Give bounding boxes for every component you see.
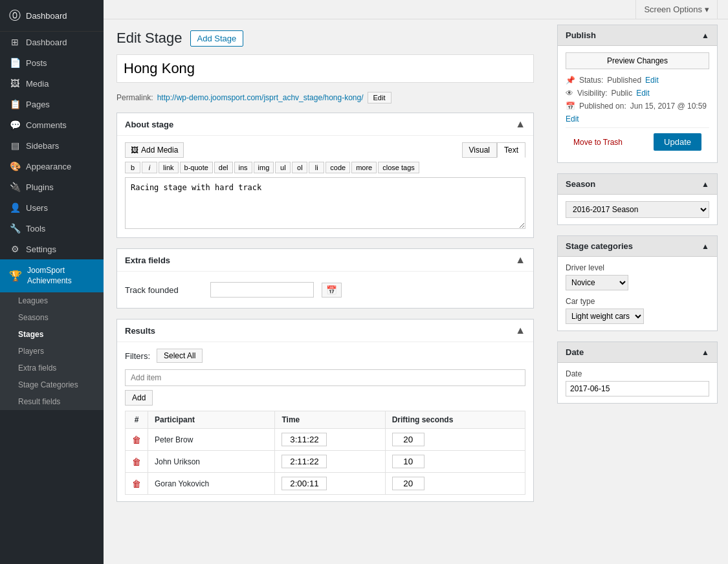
text-tab[interactable]: Text <box>497 142 525 158</box>
time-input[interactable] <box>281 477 327 490</box>
sidebar-item-pages[interactable]: 📋 Pages <box>0 94 104 114</box>
delete-cell: 🗑 <box>126 473 148 495</box>
delete-icon[interactable]: 🗑 <box>132 457 141 467</box>
permalink-url[interactable]: http://wp-demo.joomsport.com/jsprt_achv_… <box>157 93 364 102</box>
sidebar-item-seasons[interactable]: Seasons <box>0 309 104 326</box>
stage-categories-header[interactable]: Stage categories ▲ <box>558 236 717 257</box>
add-stage-button[interactable]: Add Stage <box>190 30 244 47</box>
drifting-input[interactable] <box>392 433 425 446</box>
date-collapse-icon[interactable]: ▲ <box>701 348 709 357</box>
bold-button[interactable]: b <box>125 162 140 173</box>
track-founded-label: Track founded <box>125 285 203 295</box>
close-tags-button[interactable]: close tags <box>378 162 419 173</box>
img-button[interactable]: img <box>254 162 274 173</box>
driver-level-select[interactable]: Novice Intermediate Expert <box>566 275 628 290</box>
results-header[interactable]: Results ▲ <box>117 320 533 342</box>
about-stage-header[interactable]: About stage ▲ <box>117 113 533 136</box>
sidebar-logo: ⓪ Dashboard <box>0 0 104 32</box>
col-participant: Participant <box>148 411 275 429</box>
delete-cell: 🗑 <box>126 429 148 451</box>
sidebar-item-comments[interactable]: 💬 Comments <box>0 114 104 135</box>
extra-fields-header[interactable]: Extra fields ▲ <box>117 249 533 272</box>
car-type-select[interactable]: Light weight cars Heavy cars Sports cars <box>566 309 644 324</box>
sidebar-item-posts[interactable]: 📄 Posts <box>0 52 104 73</box>
italic-button[interactable]: i <box>142 162 157 173</box>
link-button[interactable]: link <box>159 162 179 173</box>
season-title: Season <box>566 179 595 189</box>
about-stage-title: About stage <box>125 120 173 129</box>
preview-changes-button[interactable]: Preview Changes <box>566 52 709 69</box>
select-all-button[interactable]: Select All <box>157 349 203 363</box>
sidebar-item-sidebars[interactable]: ▤ Sidebars <box>0 135 104 156</box>
visual-tab[interactable]: Visual <box>462 142 497 158</box>
bquote-button[interactable]: b-quote <box>180 162 213 173</box>
about-stage-toggle[interactable]: ▲ <box>515 118 525 130</box>
sidebar-item-appearance[interactable]: 🎨 Appearance <box>0 156 104 177</box>
date-header[interactable]: Date ▲ <box>558 342 717 363</box>
ins-button[interactable]: ins <box>234 162 252 173</box>
extra-fields-metabox: Extra fields ▲ Track founded 📅 <box>116 248 534 309</box>
time-input[interactable] <box>281 455 327 468</box>
season-header[interactable]: Season ▲ <box>558 174 717 195</box>
time-input[interactable] <box>281 433 327 446</box>
date-input[interactable] <box>566 381 709 396</box>
status-edit-link[interactable]: Edit <box>645 76 659 85</box>
publish-footer: Move to Trash Update <box>566 127 709 156</box>
delete-icon[interactable]: 🗑 <box>132 479 141 489</box>
settings-icon: ⚙ <box>9 244 21 254</box>
visibility-row: 👁 Visibility: Public Edit <box>566 89 709 98</box>
ol-button[interactable]: ol <box>292 162 307 173</box>
sidebar-item-dashboard[interactable]: ⊞ Dashboard <box>0 32 104 52</box>
calendar-icon[interactable]: 📅 <box>322 283 342 298</box>
delete-cell: 🗑 <box>126 451 148 473</box>
add-media-button[interactable]: 🖼 Add Media <box>125 142 184 158</box>
code-button[interactable]: code <box>325 162 350 173</box>
sidebar-item-settings[interactable]: ⚙ Settings <box>0 239 104 259</box>
status-row: 📌 Status: Published Edit <box>566 76 709 85</box>
drifting-cell <box>385 429 525 451</box>
chevron-down-icon: ▾ <box>705 5 709 14</box>
extra-fields-toggle[interactable]: ▲ <box>515 254 525 266</box>
visibility-edit-link[interactable]: Edit <box>636 89 650 98</box>
extra-fields-body: Track founded 📅 <box>117 272 533 308</box>
update-button[interactable]: Update <box>654 133 701 151</box>
sidebar-item-stage-categories[interactable]: Stage Categories <box>0 376 104 393</box>
stage-content-textarea[interactable]: Racing stage with hard track <box>125 177 525 229</box>
add-item-input[interactable] <box>125 369 525 386</box>
season-select[interactable]: 2016-2017 Season 2015-2016 Season 2014-2… <box>566 201 709 218</box>
sidebar-item-extra-fields[interactable]: Extra fields <box>0 360 104 376</box>
delete-icon[interactable]: 🗑 <box>132 435 141 445</box>
move-to-trash-link[interactable]: Move to Trash <box>573 138 623 147</box>
sidebar-item-leagues[interactable]: Leagues <box>0 292 104 309</box>
stage-title-input[interactable] <box>116 54 534 83</box>
sidebar-item-media[interactable]: 🖼 Media <box>0 73 104 94</box>
filters-label: Filters: <box>125 351 150 361</box>
sidebar-item-users[interactable]: 👤 Users <box>0 197 104 218</box>
track-founded-input[interactable] <box>210 282 314 298</box>
more-button[interactable]: more <box>351 162 377 173</box>
published-edit-link[interactable]: Edit <box>566 114 709 124</box>
content-area: Edit Stage Add Stage Permalink: http://w… <box>104 19 728 564</box>
table-row: 🗑 John Urikson <box>126 451 525 473</box>
season-collapse-icon[interactable]: ▲ <box>701 180 709 189</box>
drifting-input[interactable] <box>392 477 425 490</box>
sidebar-item-stages[interactable]: Stages <box>0 326 104 343</box>
appearance-icon: 🎨 <box>9 161 21 171</box>
permalink-edit-button[interactable]: Edit <box>368 92 392 103</box>
ul-button[interactable]: ul <box>275 162 291 173</box>
sidebar-item-plugins[interactable]: 🔌 Plugins <box>0 177 104 197</box>
publish-box-body: Preview Changes 📌 Status: Published Edit… <box>558 46 717 162</box>
publish-collapse-icon[interactable]: ▲ <box>701 31 709 40</box>
stage-categories-collapse-icon[interactable]: ▲ <box>701 242 709 251</box>
results-toggle[interactable]: ▲ <box>515 325 525 336</box>
screen-options-button[interactable]: Screen Options ▾ <box>635 0 718 19</box>
li-button[interactable]: li <box>309 162 324 173</box>
drifting-input[interactable] <box>392 455 425 468</box>
sidebar-item-result-fields[interactable]: Result fields <box>0 393 104 410</box>
sidebar-item-tools[interactable]: 🔧 Tools <box>0 218 104 239</box>
sidebar-item-players[interactable]: Players <box>0 343 104 360</box>
status-label: Status: <box>579 76 603 85</box>
add-button[interactable]: Add <box>125 390 153 406</box>
joomsport-menu-item[interactable]: 🏆 JoomSport Achievments <box>0 259 104 292</box>
del-button[interactable]: del <box>214 162 233 173</box>
